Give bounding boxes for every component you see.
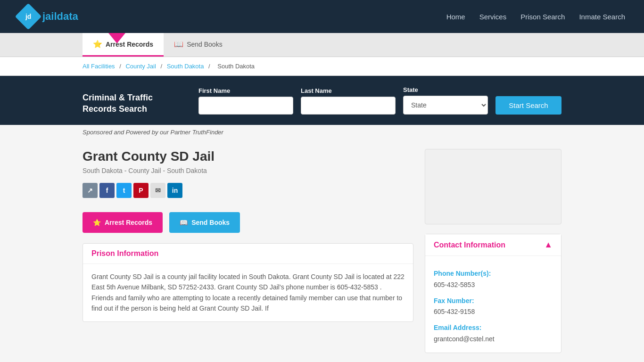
pinterest-icon[interactable]: P [133, 183, 149, 198]
search-title: Criminal & Traffic Records Search [83, 92, 189, 115]
logo-initials: jd [25, 13, 31, 20]
sponsored-label: Sponsored and Powered by our Partner Tru… [83, 129, 223, 136]
share-icon[interactable]: ↗ [83, 183, 98, 198]
facility-title: Grant County SD Jail [83, 149, 413, 164]
logo-text: jaildata [42, 10, 78, 23]
sponsored-text: Sponsored and Powered by our Partner Tru… [0, 125, 644, 140]
arrest-star-icon: ⭐ [93, 219, 101, 226]
send-books-label: Send Books [191, 219, 230, 226]
last-name-label: Last Name [301, 87, 396, 94]
prison-info-header: Prison Information [83, 244, 413, 264]
contact-title: Contact Information [434, 241, 505, 249]
state-group: State State Alabama Alaska Arizona Arkan… [403, 86, 488, 115]
sub-nav: ⭐ Arrest Records 📖 Send Books [0, 33, 644, 57]
first-name-label: First Name [198, 87, 293, 94]
book-icon: 📖 [174, 40, 183, 49]
breadcrumb-county-jail[interactable]: County Jail [125, 63, 156, 70]
nav-inmate-search[interactable]: Inmate Search [579, 13, 625, 21]
content-right: Contact Information ▲ Phone Number(s): 6… [425, 149, 561, 353]
search-fields: First Name Last Name State State Alabama… [198, 86, 561, 115]
breadcrumb-current: South Dakota [217, 63, 255, 70]
breadcrumb-sep-1: / [119, 63, 123, 70]
nav-links: Home Services Prison Search Inmate Searc… [446, 13, 625, 21]
twitter-icon[interactable]: t [116, 183, 132, 198]
breadcrumb-sep-3: / [208, 63, 212, 70]
social-icons: ↗ f t P ✉ in [83, 183, 413, 198]
facebook-icon[interactable]: f [99, 183, 115, 198]
breadcrumb: All Facilities / County Jail / South Dak… [0, 57, 644, 76]
nav-prison-search[interactable]: Prison Search [520, 13, 565, 21]
phone-label: Phone Number(s): [434, 268, 553, 280]
send-books-button[interactable]: 📖 Send Books [169, 212, 240, 233]
search-section: Criminal & Traffic Records Search First … [0, 76, 644, 125]
email-address-label: Email Address: [434, 322, 553, 334]
last-name-group: Last Name [301, 87, 396, 115]
prison-info-title: Prison Information [91, 249, 405, 258]
facility-subtitle: South Dakota - County Jail - South Dakot… [83, 167, 413, 174]
arrest-records-button[interactable]: ⭐ Arrest Records [83, 212, 163, 233]
active-tab-indicator [108, 33, 125, 43]
main-content: Grant County SD Jail South Dakota - Coun… [0, 140, 644, 362]
action-buttons: ⭐ Arrest Records 📖 Send Books [83, 212, 413, 233]
tab-send-books[interactable]: 📖 Send Books [164, 33, 233, 57]
fax-value: 605-432-9158 [434, 306, 553, 318]
state-select[interactable]: State Alabama Alaska Arizona Arkansas Ca… [403, 96, 488, 115]
prison-info-card: Prison Information Grant County SD Jail … [83, 243, 413, 322]
breadcrumb-south-dakota[interactable]: South Dakota [167, 63, 204, 70]
content-left: Grant County SD Jail South Dakota - Coun… [83, 149, 413, 353]
fax-label: Fax Number: [434, 296, 553, 307]
contact-card-header: Contact Information ▲ [425, 234, 561, 256]
breadcrumb-sep-2: / [160, 63, 164, 70]
chevron-up-icon[interactable]: ▲ [544, 240, 553, 250]
contact-card: Contact Information ▲ Phone Number(s): 6… [425, 234, 561, 353]
nav-home[interactable]: Home [446, 13, 465, 21]
navbar: jd jaildata Home Services Prison Search … [0, 0, 644, 33]
star-icon: ⭐ [93, 40, 102, 49]
contact-card-body: Phone Number(s): 605-432-5853 Fax Number… [425, 256, 561, 353]
send-books-book-icon: 📖 [180, 219, 188, 226]
phone-value: 605-432-5853 [434, 280, 553, 291]
logo-diamond-icon: jd [15, 3, 42, 30]
tab-send-books-label: Send Books [187, 41, 223, 48]
state-label: State [403, 86, 488, 93]
nav-services[interactable]: Services [479, 13, 507, 21]
prison-info-body: Grant County SD Jail is a county jail fa… [83, 264, 413, 321]
last-name-input[interactable] [301, 97, 396, 115]
ad-placeholder [425, 149, 561, 224]
logo-area[interactable]: jd jaildata [19, 7, 78, 26]
first-name-input[interactable] [198, 97, 293, 115]
breadcrumb-all-facilities[interactable]: All Facilities [83, 63, 115, 70]
email-icon[interactable]: ✉ [150, 183, 165, 198]
prison-info-text: Grant County SD Jail is a county jail fa… [91, 272, 405, 314]
start-search-button[interactable]: Start Search [495, 96, 561, 115]
arrest-records-label: Arrest Records [105, 219, 152, 226]
first-name-group: First Name [198, 87, 293, 115]
email-address-value: grantcond@cstel.net [434, 334, 553, 345]
linkedin-icon[interactable]: in [167, 183, 182, 198]
